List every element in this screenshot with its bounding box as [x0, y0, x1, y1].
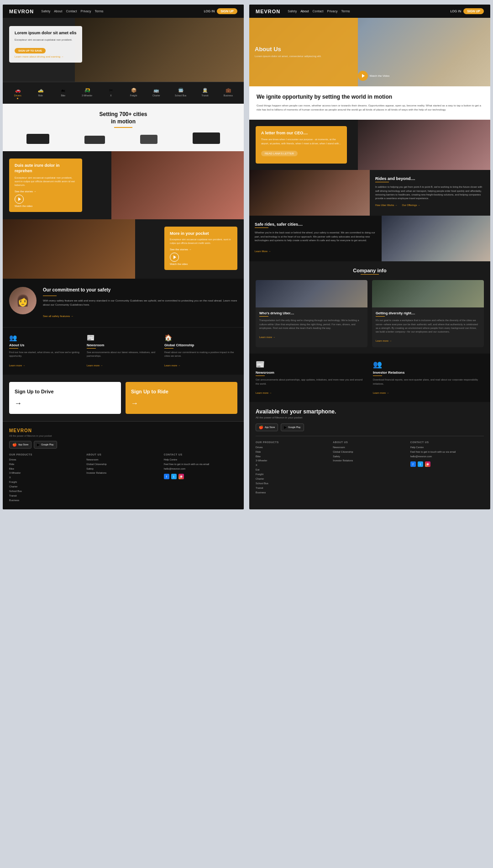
- cat-3wheeler[interactable]: 🛺 3-Wheeler: [82, 87, 92, 99]
- signup-drive-card[interactable]: Sign Up to Drive →: [9, 382, 121, 414]
- nav-signup-left[interactable]: SIGN UP: [217, 8, 237, 14]
- footer-r-email[interactable]: hello@mevron.com: [410, 455, 484, 459]
- company-card-learn-1[interactable]: Learn more →: [259, 336, 275, 339]
- about-hero-overlay: About Us Lorem ipsum dolor sit amet, con…: [249, 18, 358, 86]
- instagram-icon[interactable]: ◉: [178, 474, 184, 479]
- nav-privacy-right[interactable]: Privacy: [327, 10, 338, 13]
- footer-col-about-right: ABOUT US Newsroom Global Citizenship Saf…: [333, 441, 406, 495]
- footer-item-schoolbus[interactable]: School Bus: [9, 489, 83, 494]
- footer-cols-left: OUR PRODUCTS Drives Ride Bike 3-Wheeler …: [9, 453, 237, 503]
- story-link[interactable]: See the stories →: [15, 190, 77, 193]
- footer-col-contact-right: CONTACT US Help Centre Feel free to get …: [410, 441, 484, 495]
- newsroom-learn[interactable]: Learn more →: [256, 392, 272, 394]
- nav-signup-right[interactable]: SIGN UP: [463, 8, 484, 14]
- googleplay-badge-left[interactable]: ▶ Google Play: [34, 441, 57, 449]
- footer-r-freight[interactable]: Freight: [256, 472, 329, 477]
- newsroom-title: Newsroom: [256, 370, 367, 375]
- cat-transit[interactable]: 🚊 Transit: [201, 87, 209, 99]
- footer-r-investor[interactable]: Investor Relations: [333, 459, 406, 463]
- cat-drivers-icon: 🚗: [14, 87, 22, 93]
- nav-login-right[interactable]: LOG IN: [450, 10, 461, 13]
- pocket-play-btn[interactable]: [170, 253, 179, 262]
- signup-ride-card[interactable]: Sign Up to Ride →: [126, 382, 237, 414]
- safe-link[interactable]: Learn More →: [255, 250, 271, 253]
- footer-item-freight[interactable]: Freight: [9, 480, 83, 485]
- company-card-learn-2[interactable]: Learn more →: [376, 339, 392, 342]
- footer-item-newsroom[interactable]: Newsroom: [86, 458, 160, 462]
- nav-about-right[interactable]: About: [300, 10, 309, 13]
- footer-r-safety[interactable]: Safety: [333, 455, 406, 459]
- footer-item-email[interactable]: hello@mevron.com: [164, 467, 237, 471]
- twitter-icon-right[interactable]: t: [418, 461, 423, 467]
- googleplay-badge-right[interactable]: ▶ Google Play: [281, 423, 304, 431]
- nav-safety-left[interactable]: Safety: [41, 10, 50, 13]
- footer-r-charter[interactable]: Charter: [256, 477, 329, 482]
- nav-privacy-left[interactable]: Privacy: [81, 10, 91, 13]
- footer-r-help[interactable]: Help Centre: [410, 445, 484, 450]
- footer-r-bike[interactable]: Bike: [256, 455, 329, 459]
- rides-link1[interactable]: How Uber Works →: [375, 204, 398, 206]
- nav-terms-left[interactable]: Terms: [95, 10, 104, 13]
- cat-drivers[interactable]: 🚗 Drivers: [14, 87, 22, 99]
- nav-about-left[interactable]: About: [54, 10, 62, 13]
- nav-terms-right[interactable]: Terms: [341, 10, 350, 13]
- nav-contact-right[interactable]: Contact: [312, 10, 323, 13]
- safety-link[interactable]: See all safety features →: [43, 315, 73, 318]
- hero-cta-btn[interactable]: SIGN UP TO SAVE: [15, 48, 46, 53]
- nav-safety-right[interactable]: Safety: [288, 10, 297, 13]
- appstore-badge-left[interactable]: 🍎 App Store: [9, 441, 31, 449]
- cat-bike[interactable]: 🏍 Bike: [59, 87, 67, 99]
- cat-schoolbus[interactable]: 🚍 School Bus: [175, 87, 186, 99]
- facebook-icon[interactable]: f: [164, 474, 169, 479]
- footer-item-drives[interactable]: Drives: [9, 458, 83, 462]
- footer-r-globalcit[interactable]: Global Citizenship: [333, 450, 406, 455]
- footer-item-x[interactable]: X: [9, 476, 83, 480]
- footer-item-globalcit[interactable]: Global Citizenship: [86, 462, 160, 467]
- hero-title: Lorem ipsum dolor sit amet elis: [15, 31, 77, 36]
- info-newsroom-learn[interactable]: Learn more →: [87, 364, 103, 367]
- footer-item-ride[interactable]: Ride: [9, 462, 83, 467]
- footer-r-3wheeler[interactable]: 3-Wheeler: [256, 459, 329, 463]
- instagram-icon-right[interactable]: ◉: [425, 461, 430, 467]
- footer-item-investor[interactable]: Investor Relations: [86, 471, 160, 476]
- info-about-learn[interactable]: Learn more →: [9, 364, 25, 367]
- pocket-play-icon: [173, 255, 176, 259]
- investor-learn[interactable]: Learn more →: [373, 392, 389, 394]
- cat-freight[interactable]: 📦 Freight: [130, 87, 138, 99]
- newsroom-text: Get announcements about partnerships, ap…: [256, 378, 367, 386]
- nav-contact-left[interactable]: Contact: [66, 10, 77, 13]
- ceo-btn[interactable]: READ LANA'S LETTER: [261, 151, 298, 156]
- footer-item-3wheeler[interactable]: 3-Wheeler: [9, 471, 83, 476]
- about-play-btn[interactable]: [358, 71, 368, 81]
- footer-item-help[interactable]: Help Centre: [164, 458, 237, 462]
- footer-item-bike[interactable]: Bike: [9, 467, 83, 471]
- cat-charter[interactable]: 🚌 Charter: [152, 87, 160, 99]
- footer-item-charter[interactable]: Charter: [9, 485, 83, 489]
- footer-item-business[interactable]: Business: [9, 498, 83, 503]
- footer-r-newsroom[interactable]: Newsroom: [333, 445, 406, 450]
- footer-r-transit[interactable]: Transit: [256, 486, 329, 491]
- footer-r-drives[interactable]: Drives: [256, 445, 329, 450]
- footer-r-business[interactable]: Business: [256, 491, 329, 495]
- appstore-badge-right[interactable]: 🍎 App Store: [256, 423, 278, 431]
- info-citizenship-learn[interactable]: Learn more →: [164, 364, 180, 367]
- nav-login-left[interactable]: LOG IN: [204, 10, 215, 13]
- cat-x[interactable]: ✂ X: [107, 87, 115, 99]
- footer-item-safety[interactable]: Safety: [86, 467, 160, 471]
- facebook-icon-right[interactable]: f: [410, 461, 416, 467]
- cat-business[interactable]: 💼 Business: [224, 87, 233, 99]
- pocket-link[interactable]: See the stories →: [170, 248, 232, 251]
- footer-r-x[interactable]: X: [256, 463, 329, 468]
- story-play-btn[interactable]: [15, 195, 24, 204]
- footer-r-schoolbus[interactable]: School Bus: [256, 482, 329, 486]
- footer-r-eat[interactable]: Eat: [256, 468, 329, 472]
- footer-item-transit[interactable]: Transit: [9, 494, 83, 498]
- cat-ride[interactable]: 🚕 Ride: [37, 87, 45, 99]
- hero-link[interactable]: Learn more about driving and earning →: [15, 55, 77, 58]
- footer-r-ride[interactable]: Ride: [256, 450, 329, 455]
- footer-col-about-left: ABOUT US Newsroom Global Citizenship Saf…: [86, 453, 160, 503]
- twitter-icon[interactable]: t: [171, 474, 177, 479]
- nav-right-col: MEVRON Safety About Contact Privacy Term…: [249, 5, 490, 18]
- footer-col-about-title-right: ABOUT US: [333, 441, 406, 444]
- rides-link2[interactable]: Our Offerings →: [402, 204, 420, 206]
